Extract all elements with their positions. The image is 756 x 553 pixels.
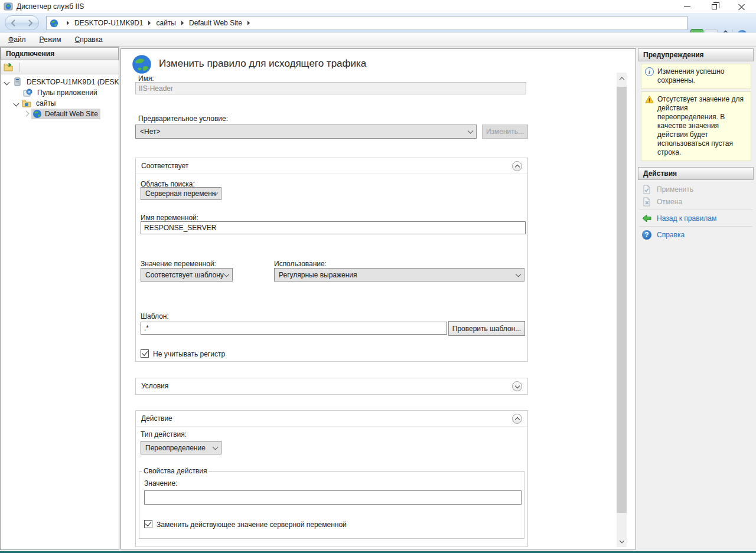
- using-value: Регулярные выражения: [279, 271, 357, 279]
- menu-view[interactable]: Режим: [34, 35, 67, 44]
- right-panel: Предупреждения Изменения успешно сохране…: [638, 47, 754, 550]
- minimize-button[interactable]: [673, 0, 700, 13]
- variable-name-input[interactable]: [141, 221, 526, 234]
- save-connections-icon[interactable]: [4, 63, 13, 72]
- alert-info: Изменения успешно сохранены.: [641, 64, 751, 89]
- expand-section-icon[interactable]: [512, 381, 522, 391]
- expander-open-icon[interactable]: [4, 79, 10, 85]
- replace-existing-checkbox[interactable]: [144, 520, 152, 528]
- close-icon: [738, 4, 745, 10]
- chevron-up-icon: [619, 77, 624, 81]
- alert-info-text: Изменения успешно сохранены.: [657, 67, 724, 84]
- chevron-down-icon: [516, 271, 522, 277]
- precondition-select[interactable]: <Нет>: [135, 125, 477, 139]
- conditions-section: Условия: [135, 378, 528, 395]
- minimize-icon: [684, 6, 690, 7]
- scope-select[interactable]: Серверная переменн: [141, 187, 221, 200]
- close-button[interactable]: [728, 0, 755, 13]
- warning-icon: [645, 95, 654, 104]
- breadcrumb-server[interactable]: DESKTOP-U1MK9D1: [74, 19, 143, 27]
- server-icon: [12, 77, 22, 87]
- actions-header: Действия: [638, 167, 754, 180]
- name-label: Имя:: [138, 74, 154, 83]
- scroll-down-button[interactable]: [617, 537, 627, 547]
- chevron-down-icon: [619, 538, 624, 542]
- tree-item-sites[interactable]: сайты: [1, 98, 119, 109]
- vertical-scrollbar[interactable]: [617, 73, 627, 547]
- address-bar: DESKTOP-U1MK9D1 сайты Default Web Site: [0, 13, 756, 32]
- tree-item-app-pools[interactable]: Пулы приложений: [1, 87, 119, 98]
- value-input[interactable]: [144, 490, 522, 505]
- apply-icon: [642, 185, 651, 194]
- app-pools-icon: [23, 88, 32, 97]
- action-section-title: Действие: [136, 411, 527, 427]
- breadcrumb[interactable]: DESKTOP-U1MK9D1 сайты Default Web Site: [46, 16, 687, 30]
- chevron-down-icon: [468, 128, 474, 134]
- tree-item-server[interactable]: DESKTOP-U1MK9D1 (DESKTOI: [1, 77, 119, 87]
- variable-value-select[interactable]: Соответствует шаблону: [141, 268, 233, 282]
- breadcrumb-sites[interactable]: сайты: [156, 19, 176, 27]
- breadcrumb-default-web-site[interactable]: Default Web Site: [189, 19, 242, 27]
- edit-precondition-button: Изменить...: [482, 125, 528, 139]
- info-icon: [645, 67, 654, 76]
- collapse-section-icon[interactable]: [512, 414, 522, 424]
- back-icon[interactable]: [10, 19, 17, 27]
- page-title: Изменить правило для исходящего трафика: [159, 58, 366, 70]
- restore-icon: [712, 4, 717, 9]
- title-bar: Диспетчер служб IIS: [0, 0, 756, 13]
- expander-closed-icon[interactable]: [23, 111, 29, 117]
- tree-item-app-pools-label: Пулы приложений: [35, 88, 99, 97]
- action-type-label: Тип действия:: [141, 430, 187, 439]
- scroll-up-button[interactable]: [617, 73, 627, 83]
- connections-tree: DESKTOP-U1MK9D1 (DESKTOI Пулы приложений…: [1, 77, 119, 119]
- apply-label: Применить: [657, 185, 693, 194]
- action-type-value: Переопределение: [145, 444, 206, 452]
- globe-icon: [50, 19, 58, 28]
- match-section-title: Соответствует: [136, 158, 527, 174]
- pattern-label: Шаблон:: [141, 312, 169, 320]
- restore-button[interactable]: [700, 0, 728, 13]
- alerts-header: Предупреждения: [638, 48, 754, 61]
- replace-existing-label: Заменить действующее значение серверной …: [157, 521, 347, 529]
- action-section: Действие Тип действия: Переопределение С…: [135, 410, 528, 547]
- forward-icon[interactable]: [27, 19, 34, 27]
- using-select[interactable]: Регулярные выражения: [274, 268, 524, 282]
- menu-file[interactable]: Файл: [3, 35, 31, 44]
- breadcrumb-separator-icon: [67, 21, 69, 25]
- precondition-value: <Нет>: [140, 127, 160, 136]
- back-to-rules-action[interactable]: Назад к правилам: [638, 212, 754, 224]
- chevron-down-icon: [224, 271, 230, 277]
- help-label: Справка: [657, 231, 685, 239]
- pattern-input[interactable]: [141, 322, 447, 335]
- back-to-rules-label: Назад к правилам: [657, 214, 716, 222]
- tree-item-default-web-site[interactable]: Default Web Site: [1, 109, 119, 119]
- toolbar-separator: [19, 63, 20, 72]
- menu-help[interactable]: Справка: [70, 35, 108, 44]
- iis-app-icon: [4, 2, 13, 11]
- window-title: Диспетчер служб IIS: [17, 2, 84, 11]
- cancel-icon: [642, 197, 651, 207]
- alert-warning-text: Отсутствует значение для действия переоп…: [657, 95, 744, 156]
- help-action[interactable]: Справка: [638, 228, 754, 241]
- collapse-section-icon[interactable]: [512, 161, 522, 171]
- ignore-case-label: Не учитывать регистр: [153, 350, 225, 358]
- alert-warning: Отсутствует значение для действия переоп…: [641, 91, 751, 161]
- scrollbar-thumb[interactable]: [617, 87, 627, 513]
- connections-panel: Подключения DESKTOP-U1MK9D1 (DESKTOI: [0, 47, 119, 550]
- name-input: [135, 82, 526, 94]
- action-type-select[interactable]: Переопределение: [141, 441, 221, 454]
- ignore-case-checkbox[interactable]: [141, 349, 149, 358]
- iis-manager-window: Диспетчер служб IIS DESKTOP-U1MK9D1 сайт…: [0, 0, 756, 553]
- variable-name-label: Имя переменной:: [141, 214, 198, 222]
- match-section: Соответствует Область поиска: Серверная …: [135, 158, 528, 362]
- tree-item-sites-label: сайты: [34, 99, 58, 108]
- precondition-label: Предварительное условие:: [138, 114, 228, 123]
- actions-separator: [639, 210, 752, 210]
- globe-icon: [32, 109, 42, 119]
- variable-value-label: Значение переменной:: [141, 260, 216, 268]
- selected-tree-item: Default Web Site: [31, 109, 100, 119]
- expander-open-icon[interactable]: [14, 100, 19, 106]
- edit-outbound-rule-form: Изменить правило для исходящего трафика …: [120, 48, 636, 549]
- test-pattern-button[interactable]: Проверить шаблон...: [448, 321, 525, 336]
- breadcrumb-separator-icon: [247, 21, 250, 25]
